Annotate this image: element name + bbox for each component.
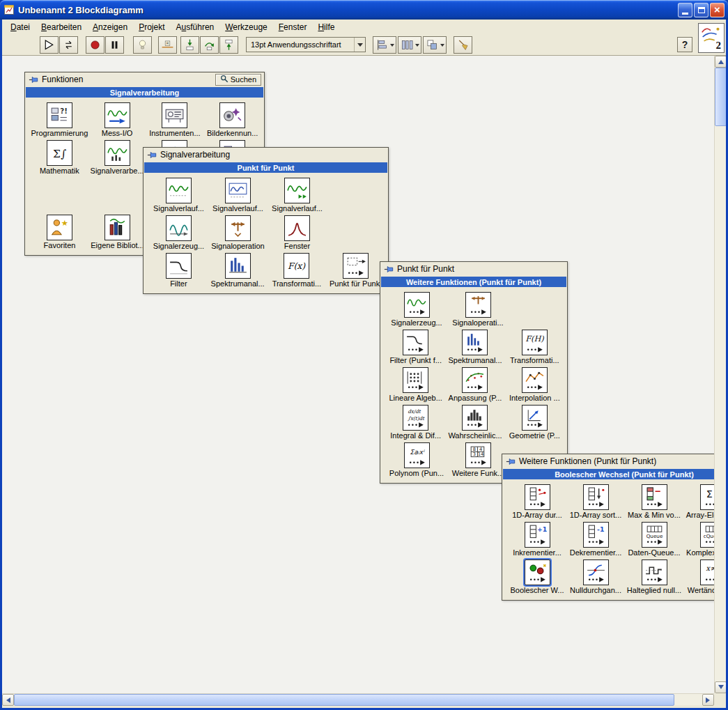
palette-category-header[interactable]: Punkt für Punkt [144, 162, 387, 173]
spectral-ptbypt-icon[interactable] [462, 330, 488, 355]
step-into-button[interactable] [180, 36, 199, 54]
palette-item[interactable]: +1Inkrementier... [508, 520, 566, 557]
transforms-ptbypt-icon[interactable]: F(H) [522, 330, 548, 355]
probability-icon[interactable] [462, 405, 488, 431]
cleanup-diagram-button[interactable] [454, 36, 472, 54]
complex-queue-icon[interactable]: cQueue [700, 522, 715, 548]
palette-titlebar[interactable]: Punkt für Punkt [380, 262, 567, 276]
pin-icon[interactable] [506, 458, 516, 465]
step-out-button[interactable] [219, 36, 238, 54]
measurement-io-icon[interactable] [104, 102, 130, 128]
filter-icon[interactable] [166, 253, 192, 279]
array-maxmin-icon[interactable] [642, 484, 667, 510]
context-help-button[interactable]: ? [677, 37, 692, 52]
palette-category-header[interactable]: Boolescher Wechsel (Punkt für Punkt) [503, 469, 714, 479]
window-function-icon[interactable] [284, 215, 310, 241]
menu-projekt[interactable]: Projekt [133, 20, 170, 34]
palette-item[interactable]: Spektrumanal... [208, 252, 268, 288]
value-change-icon[interactable]: x≠y [700, 559, 715, 585]
palette-item[interactable]: Signalerzeug... [386, 291, 447, 327]
signal-generation-ptbypt-icon[interactable] [404, 292, 430, 318]
palette-item[interactable]: Spektrumanal... [445, 328, 504, 365]
palette-category-header[interactable]: Signalverarbeitung [26, 87, 263, 98]
menu-werkzeuge[interactable]: Werkzeuge [219, 20, 272, 34]
palette-item[interactable]: Punkt für Punkt [326, 252, 385, 288]
step-over-button[interactable] [200, 36, 219, 54]
menu-fenster[interactable]: Fenster [273, 20, 313, 34]
scroll-left-button[interactable] [2, 694, 14, 706]
palette-item[interactable]: Signalverarbe... [88, 139, 146, 176]
palette-item[interactable]: Instrumenten... [146, 101, 204, 138]
menu-anzeigen[interactable]: Anzeigen [87, 20, 133, 34]
other-functions-icon[interactable]: 84314 [465, 442, 491, 468]
palette-item[interactable]: Bilderkennun... [203, 101, 261, 138]
mathematics-icon[interactable]: Σ∫ [47, 140, 72, 166]
array-elements-icon[interactable]: Σ [700, 484, 715, 510]
pin-icon[interactable] [147, 151, 157, 159]
pin-icon[interactable] [384, 265, 394, 273]
palette-item[interactable]: Filter (Punkt f... [386, 328, 445, 365]
palette-item[interactable]: Max & Min vo... [625, 483, 683, 520]
run-continuous-button[interactable] [59, 36, 78, 54]
palette-item[interactable]: Boolescher W... [508, 558, 566, 595]
point-by-point-icon[interactable] [343, 253, 369, 279]
spectral-analysis-icon[interactable] [225, 253, 251, 279]
polynomial-icon[interactable]: Σaᵢxⁱ [404, 442, 430, 468]
distribute-objects-dropdown[interactable] [398, 36, 421, 54]
palette-item[interactable]: ΣArray-Elemen... [683, 483, 714, 520]
signal-operation-icon[interactable] [225, 215, 251, 241]
palette-item[interactable]: 1D-Array sort... [566, 483, 625, 520]
palette-item[interactable]: Mess-I/O [88, 101, 146, 138]
search-button[interactable]: Suchen [215, 74, 261, 86]
block-diagram-canvas[interactable]: FunktionenSuchenSignalverarbeitung?!Prog… [2, 56, 714, 693]
palette-item[interactable]: F(H)Transformati... [505, 328, 564, 365]
pause-button[interactable] [105, 36, 124, 54]
horizontal-scroll-thumb[interactable] [14, 694, 674, 706]
signal-generation-icon[interactable] [166, 215, 192, 241]
fitting-icon[interactable] [462, 367, 488, 393]
palette-item[interactable]: Eigene Bibliot... [88, 213, 146, 250]
palette-titlebar[interactable]: FunktionenSuchen [25, 72, 264, 86]
zero-crossing-icon[interactable] [583, 559, 609, 585]
palette-item[interactable]: dx/dt∫x(t)dtIntegral & Dif... [386, 403, 445, 440]
vi-icon[interactable]: 2 [698, 23, 725, 53]
filter-ptbypt-icon[interactable] [403, 330, 428, 355]
palette-item[interactable]: Fenster [268, 214, 327, 251]
interpolation-icon[interactable] [522, 367, 548, 393]
palette-item[interactable]: Lineare Algeb... [386, 366, 445, 403]
palette-item[interactable]: ΣaᵢxⁱPolynom (Pun... [386, 441, 447, 478]
palette-item[interactable]: 84314Weitere Funk... [447, 441, 509, 478]
palette-item[interactable]: Anpassung (P... [445, 366, 504, 403]
palette-item[interactable]: Signalverlauf... [149, 176, 208, 213]
align-objects-dropdown[interactable] [373, 36, 396, 54]
palette-titlebar[interactable]: Weitere Funktionen (Punkt für Punkt) [502, 454, 714, 468]
maximize-button[interactable] [694, 3, 708, 17]
palette-item[interactable]: Signalerzeug... [149, 214, 208, 251]
close-button[interactable]: × [710, 3, 725, 17]
palette-item[interactable]: cQueueKomplexe Qu... [683, 520, 714, 557]
palette-item[interactable]: Filter [149, 252, 208, 288]
scroll-down-button[interactable] [715, 681, 726, 693]
vertical-scrollbar[interactable] [714, 56, 726, 693]
waveform-measurements-icon[interactable] [284, 178, 310, 203]
palette-item[interactable]: F(x)Transformati... [268, 252, 327, 288]
linear-algebra-icon[interactable] [403, 367, 428, 393]
palette-item[interactable]: Signaloperation [208, 214, 268, 251]
menu-bearbeiten[interactable]: Bearbeiten [36, 20, 87, 34]
palette-item[interactable]: QueueDaten-Queue... [625, 520, 683, 557]
palette-item[interactable]: Wahrscheinlic... [445, 403, 504, 440]
programming-palette-icon[interactable]: ?! [47, 102, 72, 128]
zero-hold-icon[interactable] [642, 559, 667, 585]
titlebar[interactable]: Unbenannt 2 Blockdiagramm × [0, 0, 728, 20]
palette-item[interactable]: Halteglied null... [625, 558, 683, 595]
user-libraries-icon[interactable] [104, 215, 130, 240]
array-sort-icon[interactable] [583, 484, 609, 510]
menu-ausführen[interactable]: Ausführen [171, 20, 220, 34]
palette-item[interactable]: ★Favoriten [31, 213, 88, 250]
palette-item[interactable]: Nulldurchgan... [566, 558, 625, 595]
boolean-crossing-icon[interactable] [525, 559, 550, 585]
abort-button[interactable] [86, 36, 104, 54]
palette-category-header[interactable]: Weitere Funktionen (Punkt für Punkt) [381, 277, 566, 287]
palette-item[interactable]: Σ∫Mathematik [31, 139, 88, 176]
palette-item[interactable]: -1Dekrementier... [566, 520, 625, 557]
